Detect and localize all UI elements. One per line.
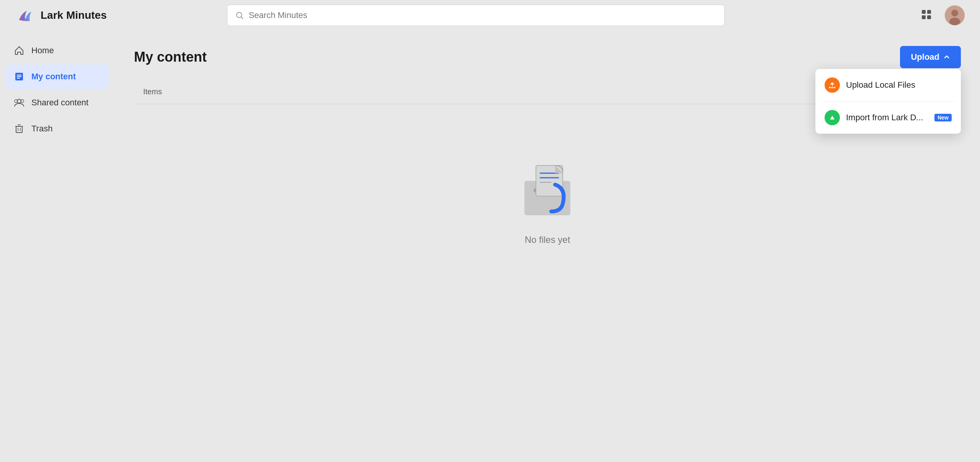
home-icon: [14, 45, 24, 56]
grid-icon: [920, 8, 934, 22]
upload-dropdown: Upload Local Files Import from Lark D...…: [815, 69, 961, 134]
empty-state-text: No files yet: [525, 234, 570, 245]
sidebar-item-shared-content[interactable]: Shared content: [6, 90, 109, 115]
chevron-up-icon: [943, 54, 950, 61]
sidebar-item-home-label: Home: [31, 46, 54, 56]
import-lark-drive-item[interactable]: Import from Lark D... New: [815, 102, 961, 134]
main-layout: Home My content Shared content: [0, 31, 980, 462]
col-items-header: Items: [143, 87, 839, 96]
svg-rect-4: [922, 15, 926, 19]
content-header: My content Upload: [134, 46, 961, 68]
app-header: Lark Minutes: [0, 0, 980, 31]
upload-button[interactable]: Upload: [900, 46, 961, 68]
header-right: [919, 5, 965, 25]
import-lark-icon: [825, 110, 840, 125]
trash-icon: [14, 123, 24, 134]
sidebar-item-my-content-label: My content: [31, 72, 76, 82]
svg-rect-2: [922, 10, 926, 14]
svg-line-1: [241, 17, 243, 18]
grid-apps-button[interactable]: [919, 7, 936, 24]
upload-button-label: Upload: [911, 52, 939, 62]
search-icon: [235, 11, 244, 20]
lark-logo-icon: [15, 5, 35, 25]
sidebar-item-my-content[interactable]: My content: [6, 64, 109, 89]
svg-point-7: [951, 10, 958, 16]
sidebar-item-shared-content-label: Shared content: [31, 98, 88, 108]
search-bar: [227, 5, 725, 26]
user-avatar[interactable]: [945, 5, 965, 25]
empty-state-icon: [513, 154, 582, 223]
sidebar-item-home[interactable]: Home: [6, 38, 109, 63]
upload-icon: [828, 81, 836, 89]
sidebar-item-trash-label: Trash: [31, 124, 52, 134]
shared-icon: [14, 97, 24, 108]
avatar-image: [945, 5, 965, 25]
svg-rect-5: [927, 15, 931, 19]
import-lark-drive-label: Import from Lark D...: [846, 113, 923, 123]
upload-local-files-label: Upload Local Files: [846, 80, 915, 90]
sidebar-item-trash[interactable]: Trash: [6, 116, 109, 141]
content-area: My content Upload Items Created: [115, 31, 980, 462]
logo-text: Lark Minutes: [41, 9, 107, 21]
document-icon: [14, 71, 24, 82]
lark-drive-icon: [828, 113, 836, 122]
svg-point-8: [949, 18, 960, 25]
page-title: My content: [134, 49, 207, 65]
new-badge: New: [934, 114, 952, 121]
upload-local-files-item[interactable]: Upload Local Files: [815, 69, 961, 101]
upload-local-icon: [825, 77, 840, 93]
search-input[interactable]: [249, 10, 717, 20]
search-input-wrapper[interactable]: [227, 5, 725, 26]
svg-rect-16: [16, 126, 22, 133]
sidebar: Home My content Shared content: [0, 31, 115, 462]
svg-rect-3: [927, 10, 931, 14]
logo-area: Lark Minutes: [15, 5, 130, 25]
